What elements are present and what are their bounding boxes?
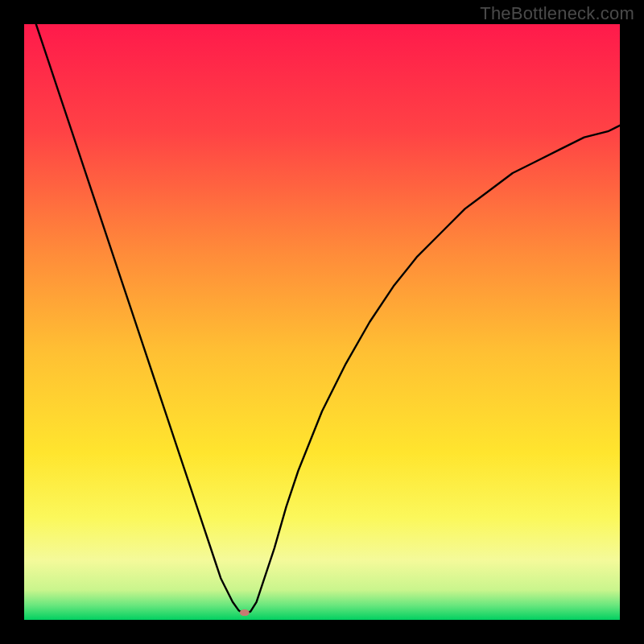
plot-svg	[24, 24, 620, 620]
watermark-text: TheBottleneck.com	[480, 3, 634, 24]
plot-area	[24, 24, 620, 620]
chart-frame: TheBottleneck.com	[0, 0, 644, 644]
gradient-background	[24, 24, 620, 620]
optimum-marker	[240, 609, 250, 616]
